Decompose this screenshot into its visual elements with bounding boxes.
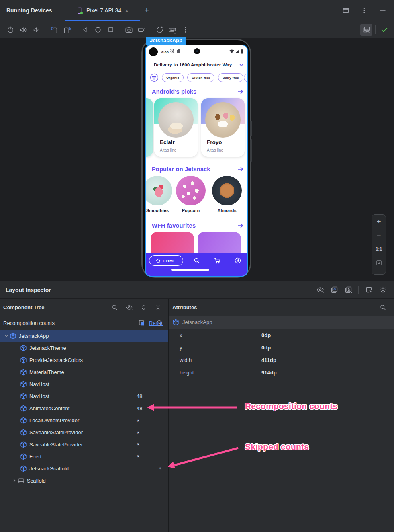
hardware-input-icon[interactable] bbox=[167, 24, 179, 36]
filter-chip-partial[interactable] bbox=[244, 73, 248, 82]
back-button-icon[interactable] bbox=[79, 24, 91, 36]
home-button-icon[interactable] bbox=[92, 24, 104, 36]
delivery-address[interactable]: Delivery to 1600 Amphitheater Way bbox=[154, 62, 232, 67]
volume-down-icon[interactable] bbox=[30, 24, 42, 36]
apply-check-icon[interactable] bbox=[378, 24, 390, 36]
panel-divider[interactable] bbox=[168, 299, 169, 532]
zoom-controls: + − 1:1 bbox=[372, 214, 386, 275]
tree-row-navhost[interactable]: NavHost48 bbox=[0, 390, 168, 402]
tree-row-saveablestateprovider[interactable]: SaveableStateProvider3 bbox=[0, 426, 168, 438]
attributes-search-icon[interactable] bbox=[377, 301, 389, 313]
popular-arrow-icon[interactable] bbox=[237, 166, 244, 172]
popular-item-almonds[interactable] bbox=[212, 176, 242, 205]
new-tab-button[interactable]: + bbox=[141, 5, 152, 16]
snack-card-eclair[interactable]: EclairA tag line bbox=[154, 98, 198, 157]
tree-row-animatedcontent[interactable]: AnimatedContent48 bbox=[0, 402, 168, 414]
tree-search-icon[interactable] bbox=[108, 301, 120, 313]
tab-close-icon[interactable]: × bbox=[124, 8, 129, 14]
chevron-down-icon[interactable] bbox=[239, 63, 244, 68]
layout-inspector-toggle-icon[interactable] bbox=[360, 24, 372, 36]
attribute-name: width bbox=[180, 357, 192, 363]
zoom-to-fit-icon[interactable] bbox=[372, 256, 386, 269]
chevron-right-icon[interactable] bbox=[11, 479, 18, 483]
filter-icon[interactable] bbox=[150, 73, 159, 82]
snack-card-froyo[interactable]: FroyoA tag line bbox=[201, 98, 245, 157]
attribute-row-x[interactable]: x0dp bbox=[169, 329, 394, 341]
layout-mode-icon[interactable] bbox=[342, 284, 354, 296]
section-title-wfh: WFH favourites bbox=[152, 222, 196, 229]
device-display-area: 3:33 Delivery to 1600 Amphitheater Way bbox=[0, 38, 394, 281]
overview-button-icon[interactable] bbox=[105, 24, 117, 36]
tree-filter-eye-icon[interactable] bbox=[123, 301, 135, 313]
composable-cube-icon bbox=[20, 453, 27, 460]
nav-search-icon[interactable] bbox=[194, 257, 200, 264]
picks-arrow-icon[interactable] bbox=[237, 89, 244, 94]
snack-image-eclair bbox=[158, 102, 194, 138]
section-title-picks: Android's picks bbox=[152, 88, 196, 95]
tree-row-providejetsnackcolors[interactable]: ProvideJetsnackColors bbox=[0, 354, 168, 366]
composable-cube-icon bbox=[172, 319, 179, 326]
nav-home-button[interactable]: HOME bbox=[149, 255, 183, 266]
section-title-popular: Popular on Jetsnack bbox=[152, 166, 210, 173]
chevron-down-icon[interactable] bbox=[3, 334, 10, 338]
filter-chip-dairy-free[interactable]: Dairy-free bbox=[218, 73, 243, 82]
attribute-row-width[interactable]: width411dp bbox=[169, 354, 394, 366]
wfh-arrow-icon[interactable] bbox=[237, 223, 244, 228]
filter-chip-gluten-free[interactable]: Gluten-free bbox=[187, 73, 214, 82]
tree-node-label: Feed bbox=[29, 454, 41, 460]
tree-row-navhost[interactable]: NavHost bbox=[0, 378, 168, 390]
highlight-color-eye-icon[interactable] bbox=[314, 284, 326, 296]
phone-power-button bbox=[250, 121, 252, 136]
settings-gear-icon[interactable] bbox=[377, 284, 389, 296]
volume-up-icon[interactable] bbox=[17, 24, 29, 36]
snack-image-froyo bbox=[205, 102, 241, 138]
attribute-row-y[interactable]: y0dp bbox=[169, 341, 394, 354]
snack-card-offscreen[interactable] bbox=[145, 98, 153, 157]
popular-item-smoothies[interactable] bbox=[145, 176, 172, 205]
nav-cart-icon[interactable] bbox=[214, 257, 221, 264]
screenshot-icon[interactable] bbox=[123, 24, 135, 36]
expand-all-icon[interactable] bbox=[137, 301, 149, 313]
hide-panel-icon[interactable] bbox=[377, 4, 389, 16]
wifi-icon bbox=[229, 49, 234, 53]
tree-row-scaffold[interactable]: Scaffold bbox=[0, 474, 168, 487]
inspector-overlay-label: JetsnackApp bbox=[146, 37, 186, 45]
export-snapshot-icon[interactable] bbox=[328, 284, 340, 296]
tree-row-jetsnacktheme[interactable]: JetsnackTheme bbox=[0, 342, 168, 354]
nav-profile-icon[interactable] bbox=[235, 257, 241, 264]
more-options-icon[interactable] bbox=[358, 4, 370, 16]
tree-row-feed[interactable]: Feed3 bbox=[0, 450, 168, 462]
show-counts-icon[interactable] bbox=[135, 317, 147, 329]
tab-pixel-7[interactable]: Pixel 7 API 34 × bbox=[65, 0, 140, 21]
tree-node-label: JetsnackTheme bbox=[29, 345, 66, 351]
attributes-list: x0dpy0dpwidth411dpheight914dp bbox=[169, 329, 394, 379]
tree-row-jetsnackapp[interactable]: JetsnackApp bbox=[0, 330, 168, 342]
tree-row-localownersprovider[interactable]: LocalOwnersProvider3 bbox=[0, 414, 168, 426]
rotate-left-icon[interactable] bbox=[48, 24, 60, 36]
toolbar-more-icon[interactable] bbox=[180, 24, 192, 36]
popular-item-popcorn[interactable] bbox=[176, 176, 206, 205]
tree-row-saveablestateprovider[interactable]: SaveableStateProvider3 bbox=[0, 438, 168, 450]
zoom-in-button[interactable]: + bbox=[372, 215, 386, 228]
power-button-icon[interactable] bbox=[4, 24, 16, 36]
collapse-all-icon[interactable] bbox=[152, 301, 164, 313]
tree-row-materialtheme[interactable]: MaterialTheme bbox=[0, 366, 168, 378]
record-screen-icon[interactable] bbox=[136, 24, 148, 36]
recomposition-count: 48 bbox=[137, 393, 142, 399]
composable-cube-icon bbox=[20, 441, 27, 448]
hide-counts-ban-icon[interactable] bbox=[153, 317, 165, 329]
bottom-nav-bar: HOME bbox=[146, 253, 247, 276]
zoom-actual-size-button[interactable]: 1:1 bbox=[372, 242, 386, 256]
tree-row-jetsnackscaffold[interactable]: JetsnackScaffold3 bbox=[0, 462, 168, 474]
attribute-name: y bbox=[180, 345, 182, 351]
attributes-node-title: JetsnackApp bbox=[182, 319, 212, 325]
select-component-icon[interactable] bbox=[363, 284, 375, 296]
tree-node-label: JetsnackApp bbox=[19, 333, 49, 339]
zoom-out-button[interactable]: − bbox=[372, 228, 386, 242]
filter-chip-organic[interactable]: Organic bbox=[162, 73, 184, 82]
rotate-right-icon[interactable] bbox=[61, 24, 73, 36]
device-screen[interactable]: 3:33 Delivery to 1600 Amphitheater Way bbox=[145, 45, 248, 277]
attribute-row-height[interactable]: height914dp bbox=[169, 366, 394, 379]
restore-window-icon[interactable] bbox=[340, 4, 352, 16]
reset-view-icon[interactable] bbox=[154, 24, 166, 36]
